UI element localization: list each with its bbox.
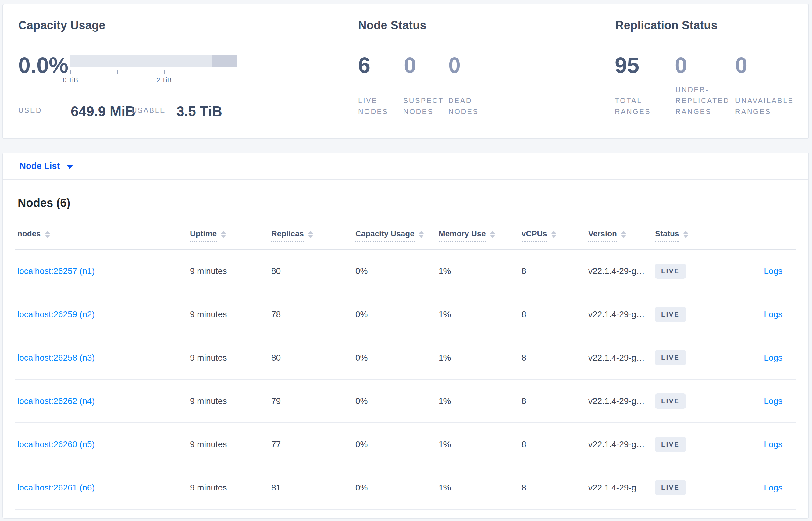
node-list-dropdown[interactable]: Node List bbox=[20, 161, 73, 171]
column-header-capacity-usage[interactable]: Capacity Usage bbox=[353, 229, 436, 242]
memory-use-cell: 1% bbox=[436, 353, 519, 363]
column-header-uptime[interactable]: Uptime bbox=[188, 229, 269, 242]
nodes-table-header: nodes Uptime Replicas Capacity Usage Mem… bbox=[15, 221, 796, 250]
version-cell: v22.1.4-29-g… bbox=[586, 353, 653, 363]
vcpus-cell: 8 bbox=[519, 310, 586, 319]
view-selector-row: Node List bbox=[3, 153, 808, 180]
nodes-table-section: Nodes (6) nodes Uptime Replicas Capacity… bbox=[3, 196, 808, 518]
column-header-nodes[interactable]: nodes bbox=[15, 229, 188, 242]
capacity-usage-cell: 0% bbox=[353, 353, 436, 363]
total-ranges-label: TOTAL RANGES bbox=[615, 95, 667, 117]
uptime-cell: 9 minutes bbox=[188, 396, 269, 406]
uptime-cell: 9 minutes bbox=[188, 310, 269, 319]
status-badge: LIVE bbox=[655, 393, 686, 409]
column-header-version[interactable]: Version bbox=[586, 229, 653, 242]
uptime-cell: 9 minutes bbox=[188, 266, 269, 276]
sort-icon bbox=[221, 231, 226, 238]
replicas-cell: 80 bbox=[269, 266, 353, 276]
version-cell: v22.1.4-29-g… bbox=[586, 483, 653, 493]
capacity-gauge-nonusable-segment bbox=[212, 55, 237, 67]
under-replicated-ranges-count: 0 bbox=[675, 54, 687, 76]
sort-icon bbox=[419, 231, 424, 238]
vcpus-cell: 8 bbox=[519, 396, 586, 406]
logs-link[interactable]: Logs bbox=[764, 266, 783, 276]
node-status-title: Node Status bbox=[358, 19, 426, 32]
table-row: localhost:26258 (n3) 9 minutes 80 0% 1% … bbox=[15, 337, 796, 380]
version-cell: v22.1.4-29-g… bbox=[586, 266, 653, 276]
sort-icon bbox=[684, 231, 688, 238]
sort-icon bbox=[308, 231, 313, 238]
nodes-table-body: localhost:26257 (n1) 9 minutes 80 0% 1% … bbox=[15, 250, 796, 510]
suspect-nodes-count: 0 bbox=[404, 54, 416, 76]
under-replicated-ranges-label: UNDER-REPLICATED RANGES bbox=[675, 84, 735, 117]
uptime-cell: 9 minutes bbox=[188, 483, 269, 493]
column-header-memory-use[interactable]: Memory Use bbox=[436, 229, 519, 242]
memory-use-cell: 1% bbox=[436, 310, 519, 319]
replication-status-title: Replication Status bbox=[615, 19, 717, 32]
status-badge: LIVE bbox=[655, 350, 686, 365]
memory-use-cell: 1% bbox=[436, 396, 519, 406]
capacity-usage-title: Capacity Usage bbox=[18, 19, 105, 32]
node-link[interactable]: localhost:26259 (n2) bbox=[17, 310, 95, 319]
dead-nodes-label: DEAD NODES bbox=[448, 95, 488, 117]
live-nodes-label: LIVE NODES bbox=[358, 95, 398, 117]
node-link[interactable]: localhost:26261 (n6) bbox=[17, 483, 95, 492]
live-nodes-count: 6 bbox=[358, 54, 371, 76]
vcpus-cell: 8 bbox=[519, 483, 586, 493]
node-link[interactable]: localhost:26262 (n4) bbox=[17, 396, 95, 406]
logs-link[interactable]: Logs bbox=[764, 396, 783, 406]
capacity-gauge-bar bbox=[70, 55, 237, 67]
cluster-summary-card: Capacity Usage 0.0% 0 TiB 2 TiB USED 649… bbox=[2, 4, 809, 139]
version-cell: v22.1.4-29-g… bbox=[586, 396, 653, 406]
capacity-used-percent: 0.0% bbox=[18, 54, 68, 76]
unavailable-ranges-count: 0 bbox=[735, 54, 747, 76]
node-link[interactable]: localhost:26258 (n3) bbox=[17, 353, 95, 362]
vcpus-cell: 8 bbox=[519, 439, 586, 449]
vcpus-cell: 8 bbox=[519, 266, 586, 276]
replicas-cell: 81 bbox=[269, 483, 353, 493]
status-badge: LIVE bbox=[655, 264, 686, 279]
table-row: localhost:26260 (n5) 9 minutes 77 0% 1% … bbox=[15, 423, 796, 467]
sort-icon bbox=[551, 231, 556, 238]
dead-nodes-count: 0 bbox=[448, 54, 460, 76]
nodes-table-title: Nodes (6) bbox=[18, 196, 796, 209]
logs-link[interactable]: Logs bbox=[764, 483, 783, 492]
sort-icon bbox=[621, 231, 626, 238]
memory-use-cell: 1% bbox=[436, 266, 519, 276]
logs-link[interactable]: Logs bbox=[764, 310, 783, 319]
status-badge: LIVE bbox=[655, 307, 686, 322]
gauge-tick bbox=[117, 70, 118, 73]
node-link[interactable]: localhost:26257 (n1) bbox=[17, 266, 95, 276]
sort-icon bbox=[490, 231, 495, 238]
used-label: USED bbox=[18, 107, 42, 115]
logs-link[interactable]: Logs bbox=[764, 353, 783, 362]
gauge-tick bbox=[70, 70, 71, 73]
column-header-status[interactable]: Status bbox=[653, 229, 723, 242]
gauge-tick-label-2: 2 TiB bbox=[146, 76, 182, 84]
gauge-tick bbox=[211, 70, 211, 73]
column-header-replicas[interactable]: Replicas bbox=[269, 229, 353, 242]
capacity-usage-cell: 0% bbox=[353, 439, 436, 449]
version-cell: v22.1.4-29-g… bbox=[586, 439, 653, 449]
replicas-cell: 77 bbox=[269, 439, 353, 449]
memory-use-cell: 1% bbox=[436, 483, 519, 493]
unavailable-ranges-label: UNAVAILABLE RANGES bbox=[735, 95, 798, 117]
gauge-tick-label-0: 0 TiB bbox=[52, 76, 89, 84]
uptime-cell: 9 minutes bbox=[188, 353, 269, 363]
version-cell: v22.1.4-29-g… bbox=[586, 310, 653, 319]
node-link[interactable]: localhost:26260 (n5) bbox=[17, 439, 95, 449]
vcpus-cell: 8 bbox=[519, 353, 586, 363]
column-header-vcpus[interactable]: vCPUs bbox=[519, 229, 586, 242]
usable-value: 3.5 TiB bbox=[176, 104, 222, 118]
uptime-cell: 9 minutes bbox=[188, 439, 269, 449]
memory-use-cell: 1% bbox=[436, 439, 519, 449]
capacity-usage-cell: 0% bbox=[353, 310, 436, 319]
table-row: localhost:26259 (n2) 9 minutes 78 0% 1% … bbox=[15, 293, 796, 337]
capacity-usage-cell: 0% bbox=[353, 396, 436, 406]
total-ranges-count: 95 bbox=[615, 54, 639, 76]
logs-link[interactable]: Logs bbox=[764, 439, 783, 449]
node-list-card: Node List Nodes (6) nodes Uptime Replica… bbox=[2, 153, 809, 519]
gauge-tick bbox=[164, 70, 165, 73]
table-row: localhost:26262 (n4) 9 minutes 79 0% 1% … bbox=[15, 380, 796, 423]
sort-icon bbox=[45, 231, 50, 238]
